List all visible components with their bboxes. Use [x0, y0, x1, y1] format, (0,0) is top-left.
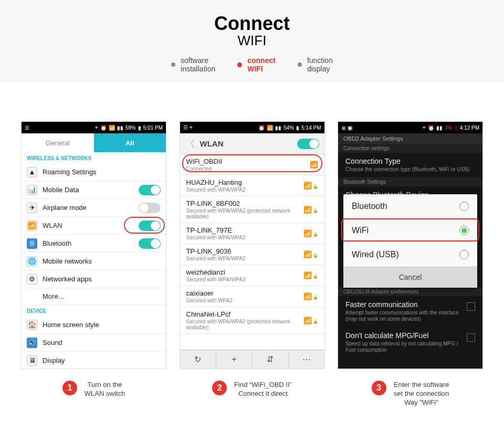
- wifi-row[interactable]: weizhedianziSecured with WPA/WPA2📶🔒: [180, 265, 324, 286]
- display-icon: 🖥: [27, 355, 37, 366]
- checkbox[interactable]: [467, 333, 475, 342]
- bluetooth-icon: ⌖: [95, 124, 98, 131]
- bullet-icon: [298, 62, 302, 67]
- radio-icon: [459, 226, 469, 235]
- battery-icon: ▮: [138, 125, 141, 131]
- row-mobile-data[interactable]: 📊Mobile Data: [22, 181, 166, 199]
- item-no-mpg[interactable]: Don't calculate MPG/Fuel Speed up data r…: [338, 327, 482, 358]
- refresh-icon[interactable]: ↻: [180, 350, 216, 369]
- status-bar: ☰⌖ ⏰📶▮▮ 54%▮ 5:14 PM: [180, 122, 324, 133]
- step-badge: 2: [212, 381, 227, 395]
- signal-icon: ▮▮: [117, 125, 123, 131]
- status-bar: ▣▣ ⌖⏰▮▮ 3%▯ 4:12 PM: [338, 122, 482, 133]
- wifi-row[interactable]: caixiaoerSecured with WPA2📶🔒: [180, 286, 324, 307]
- row-wlan[interactable]: 📶WLAN: [22, 217, 166, 235]
- wlan-header: 〈 WLAN: [180, 133, 324, 154]
- section-label: Bluetooth Settings: [338, 177, 482, 186]
- option-wired[interactable]: Wired (USB): [343, 243, 477, 267]
- alarm-icon: ⏰: [100, 125, 107, 131]
- row-sound[interactable]: 🔊Sound: [22, 334, 166, 352]
- airplane-icon: ✈: [27, 203, 37, 213]
- row-airplane[interactable]: ✈Airplane mode: [22, 199, 166, 217]
- toggle-bluetooth[interactable]: [139, 238, 161, 249]
- breadcrumb: softwareinstallation connectWIFI functio…: [0, 56, 504, 73]
- wlan-bottom-bar: ↻ ＋ ⇵ ⋯: [180, 350, 324, 369]
- item-faster-comm[interactable]: Faster communication Attempt faster comm…: [338, 296, 482, 327]
- connection-type-dialog: Bluetooth WiFi Wired (USB) Cancel: [343, 194, 477, 288]
- globe-icon: 🌐: [27, 256, 37, 267]
- phone-2-wlan: ☰⌖ ⏰📶▮▮ 54%▮ 5:14 PM 〈 WLAN WiFi_OBDIICo…: [180, 121, 325, 369]
- toggle-wlan[interactable]: [139, 220, 161, 231]
- phone-1-settings: ☰ ⌖ ⏰ 📶 ▮▮ 59% ▮ 5:01 PM General All WIR…: [21, 121, 166, 369]
- row-bluetooth[interactable]: BBluetooth: [22, 235, 166, 253]
- crumb-connect-wifi[interactable]: connectWIFI: [237, 56, 276, 73]
- toggle-wlan-master[interactable]: [297, 139, 319, 149]
- row-home-style[interactable]: 🏠Home screen style: [22, 316, 166, 334]
- sound-icon: 🔊: [27, 338, 37, 348]
- more-icon[interactable]: ⋯: [289, 350, 324, 369]
- section-device: DEVICE: [22, 305, 166, 316]
- wifi-icon: 📶: [109, 125, 115, 131]
- bullet-icon: [171, 62, 175, 67]
- wifi-row[interactable]: TP-LINK_8BF002Secured with WPA/WPA2 (pro…: [180, 196, 324, 223]
- toggle-mobile-data[interactable]: [139, 185, 161, 195]
- option-bluetooth[interactable]: Bluetooth: [343, 194, 477, 218]
- wifi-row[interactable]: TP-LINK_797ESecured with WPA/WPA2📶🔒: [180, 223, 324, 244]
- tab-all[interactable]: All: [94, 133, 166, 152]
- status-time: 5:01 PM: [143, 125, 163, 131]
- item-connection-type[interactable]: Connection Type Choose the connection ty…: [338, 153, 482, 177]
- row-mobile-networks[interactable]: 🌐Mobile networks: [22, 253, 166, 270]
- tab-general[interactable]: General: [22, 133, 94, 152]
- step-badge: 3: [372, 381, 386, 395]
- settings-tabs: General All: [22, 133, 166, 152]
- home-icon: 🏠: [27, 320, 37, 330]
- phone-3-obd-settings: ▣▣ ⌖⏰▮▮ 3%▯ 4:12 PM OBD2 Adapter Setting…: [338, 121, 483, 369]
- wifi-signal-icon: 📶: [310, 161, 318, 169]
- toggle-airplane[interactable]: [139, 203, 161, 213]
- wifi-row[interactable]: ChinaNet-LPcfSecured with WPA/WPA2 (prot…: [180, 307, 324, 334]
- add-icon[interactable]: ＋: [216, 350, 253, 369]
- row-roaming[interactable]: ▲Roaming Settings: [22, 163, 166, 181]
- radio-icon: [459, 250, 469, 259]
- status-bar: ☰ ⌖ ⏰ 📶 ▮▮ 59% ▮ 5:01 PM: [22, 122, 166, 133]
- bluetooth-icon: B: [27, 238, 37, 249]
- chart-icon: 📊: [27, 185, 37, 195]
- caption-text: Turn on theWLAN switch: [85, 381, 125, 398]
- crumb-software[interactable]: softwareinstallation: [171, 56, 215, 73]
- section-label: Connection settings: [338, 144, 482, 153]
- screenshots-row: ☰ ⌖ ⏰ 📶 ▮▮ 59% ▮ 5:01 PM General All WIR…: [0, 82, 504, 369]
- wifi-row[interactable]: HUAZHU_HantingSecured with WPA/WPA2📶🔒: [180, 175, 324, 196]
- back-icon[interactable]: 〈: [185, 138, 195, 150]
- caption-1: 1 Turn on theWLAN switch: [21, 381, 166, 407]
- captions-row: 1 Turn on theWLAN switch 2 Find “WiFi_OB…: [0, 369, 504, 407]
- section-wireless: WIRELESS & NETWORKS: [22, 152, 166, 163]
- row-display[interactable]: 🖥Display: [22, 352, 166, 369]
- lock-icon: 🔒: [313, 184, 318, 189]
- screen-title: OBD2 Adapter Settings: [338, 133, 482, 144]
- section-label: OBD2/ELM Adapter preferences: [338, 287, 482, 296]
- caption-2: 2 Find “WiFi_OBD II”Connect it direct: [180, 381, 325, 407]
- caption-text: Enter the softwareset the connectionWay …: [394, 381, 449, 407]
- radio-icon: [459, 202, 469, 211]
- step-badge: 1: [62, 381, 77, 395]
- caption-3: 3 Enter the softwareset the connectionWa…: [338, 381, 483, 407]
- page-header: Connect WIFI softwareinstallation connec…: [0, 0, 504, 82]
- wifi-row[interactable]: TP-LINK_9036Secured with WPA/WPA2📶🔒: [180, 244, 324, 265]
- header-subtitle: WIFI: [0, 33, 504, 49]
- wifi-obdii[interactable]: WiFi_OBDIIConnected 📶: [180, 154, 324, 175]
- row-more[interactable]: More…: [22, 288, 166, 305]
- row-networked-apps[interactable]: ⚙Networked apps: [22, 270, 166, 288]
- wifi-icon: 📶: [27, 220, 37, 231]
- crumb-function[interactable]: functiondisplay: [298, 56, 333, 73]
- triangle-icon: ▲: [27, 167, 37, 177]
- caption-text: Find “WiFi_OBD II”Connect it direct: [234, 381, 292, 398]
- checkbox[interactable]: [467, 302, 475, 311]
- option-wifi[interactable]: WiFi: [343, 218, 477, 243]
- header-title: Connect: [0, 13, 504, 35]
- apps-icon: ⚙: [27, 274, 37, 285]
- battery-label: 59%: [125, 125, 136, 131]
- wlan-title: WLAN: [200, 139, 297, 148]
- bullet-icon: [237, 62, 242, 67]
- cancel-button[interactable]: Cancel: [343, 267, 477, 288]
- sort-icon[interactable]: ⇵: [253, 350, 289, 369]
